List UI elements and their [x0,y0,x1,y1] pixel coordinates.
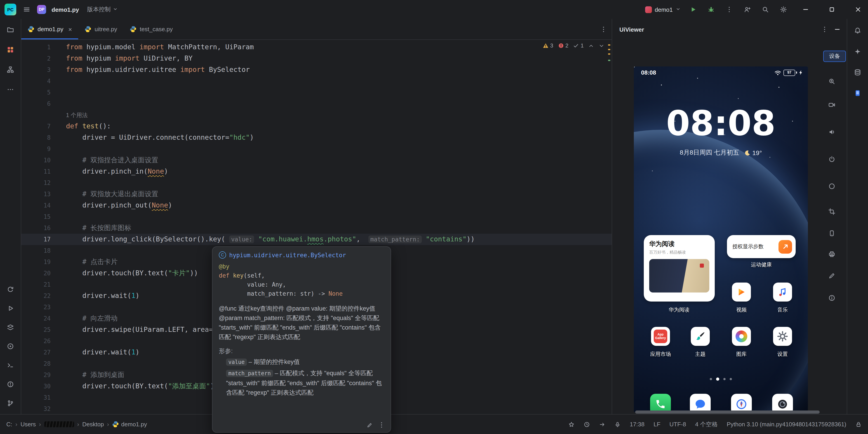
panel-options-button[interactable] [821,26,828,33]
breadcrumb-item[interactable]: demo1.py [112,421,147,428]
uiviewer-power-button[interactable] [826,153,838,165]
uiviewer-stylus-button[interactable] [826,270,838,282]
editor-tab-uitree-py[interactable]: uitree.py [79,19,124,39]
steps-permission-card[interactable]: 授权显示步数 [727,235,796,258]
uiviewer-info-button[interactable] [826,291,838,304]
code-line[interactable]: 12 [21,177,612,188]
device-selector-chip[interactable]: 设备 [823,51,846,62]
status-item[interactable]: 4 个空格 [695,420,718,428]
star-icon[interactable] [568,421,575,428]
ai-assistant-button[interactable] [852,46,863,57]
maximize-button[interactable] [822,0,842,19]
code-line[interactable]: 14 driver.pinch_out(None) [21,200,612,211]
code-line[interactable]: 15 [21,211,612,222]
device-mirror-screen[interactable]: 08:08 97 08:08 8月8日周四 七月初五 19° [634,66,808,412]
more-ellipsis-button[interactable] [5,84,16,95]
python-console-button[interactable] [5,284,16,295]
editor-tab-test_case-py[interactable]: test_case.py [123,19,179,39]
settings-button[interactable] [778,4,789,16]
phone-dock-browser[interactable] [731,394,752,412]
code-line[interactable]: 8 driver = UiDriver.connect(connector="h… [21,132,612,143]
plugin-grid-button[interactable] [5,44,16,55]
phone-app-图库[interactable] [732,327,751,346]
phone-app-设置[interactable] [773,327,792,346]
git-branch-button[interactable] [5,398,16,409]
phone-app-主题[interactable] [691,327,710,346]
code-line[interactable]: 6 [21,98,612,110]
forward-icon[interactable] [599,421,605,428]
chevron-down-small-icon[interactable] [598,43,604,49]
horizontal-scrollbar[interactable] [635,410,819,414]
project-folder-button[interactable] [5,24,16,35]
edit-source-icon[interactable] [367,421,373,429]
phone-dock-camera[interactable] [772,394,793,412]
breadcrumb-item[interactable]: Users [21,421,36,428]
code-line[interactable]: 3from hypium.uidriver.uitree import BySe… [21,64,612,75]
more-actions-button[interactable] [723,4,735,16]
phone-app-音乐[interactable] [773,283,792,302]
hide-panel-button[interactable] [834,26,841,33]
chevron-up-small-icon[interactable] [588,43,594,49]
database-button[interactable] [852,67,863,78]
doc-class-reference[interactable]: C hypium.uidriver.uitree.BySelector [219,251,384,258]
problems-button[interactable] [5,379,16,390]
phone-app-应用市场[interactable]: App Gallery [651,327,670,346]
ok-check-count[interactable]: 1 [573,42,584,49]
project-name[interactable]: demo1.py [52,6,79,13]
warning-count[interactable]: 3 [542,42,553,49]
uiviewer-zoom-button[interactable] [826,75,838,88]
mic-icon[interactable] [614,421,621,428]
code-line[interactable]: 2from hypium import UiDriver, BY [21,53,612,64]
run-configuration-widget[interactable]: demo1 [645,6,681,13]
error-count[interactable]: 2 [558,42,568,49]
phone-dock-messages[interactable] [690,394,711,412]
reading-app-card[interactable]: 华为阅读 百万好书，精品畅读 [644,235,715,302]
vcs-widget[interactable]: 版本控制 [87,5,118,13]
close-tab-icon[interactable]: × [68,26,72,33]
search-everywhere-button[interactable] [760,4,771,16]
code-line[interactable]: 17 driver.long_click(BySelector().key( v… [21,234,612,245]
tab-options-button[interactable] [600,19,607,40]
run-tool-button[interactable] [5,303,16,314]
notifications-bell-button[interactable] [852,25,863,36]
code-line[interactable]: 13 # 双指放大退出桌面设置 [21,188,612,200]
uiviewer-speaker-button[interactable] [826,126,838,138]
code-with-me-button[interactable] [741,4,753,16]
uiviewer-rotate-phone-button[interactable] [826,227,838,240]
uiviewer-home-circle-button[interactable] [826,180,838,193]
code-line[interactable]: 5 [21,87,612,98]
debug-button[interactable] [705,4,717,16]
uiviewer-crop-button[interactable] [826,205,838,218]
breadcrumb-item[interactable]: Desktop [82,421,104,428]
breadcrumb-item[interactable]: C: [6,421,12,428]
close-button[interactable] [848,0,868,19]
run-button[interactable] [687,4,699,16]
code-line[interactable]: 16 # 长按图库图标 [21,222,612,234]
minimize-button[interactable] [796,0,815,19]
uiviewer-record-button[interactable] [826,98,838,111]
phone-app-视频[interactable] [732,283,751,302]
structure-button[interactable] [5,64,16,75]
services-layers-button[interactable] [5,322,16,333]
history-icon[interactable] [584,421,590,428]
status-item[interactable]: 17:38 [630,421,645,428]
code-line[interactable]: 7def test(): [21,121,612,132]
run-circle-button[interactable] [5,341,16,352]
code-line[interactable]: 10 # 双指捏合进入桌面设置 [21,155,612,166]
status-item[interactable]: LF [653,421,660,428]
code-line[interactable]: 1 个用法 [21,110,612,121]
code-line[interactable]: 4 [21,75,612,87]
uiviewer-printer-button[interactable] [826,248,838,260]
status-item[interactable]: Python 3.10 (main.py4109480143175928361) [727,421,846,428]
main-menu-button[interactable] [21,4,33,16]
code-line[interactable]: 1from hypium.model import MatchPattern, … [21,41,612,53]
status-item[interactable]: UTF-8 [670,421,686,428]
scrollbar-error-stripe[interactable] [608,40,610,414]
uiviewer-tool-button[interactable] [852,88,863,98]
lock-icon[interactable] [855,421,862,428]
editor-tab-demo1-py[interactable]: demo1.py× [21,19,79,39]
terminal-button[interactable] [5,360,16,371]
phone-dock-phone[interactable] [650,394,671,412]
more-options-icon[interactable] [378,421,385,429]
code-line[interactable]: 9 [21,143,612,155]
